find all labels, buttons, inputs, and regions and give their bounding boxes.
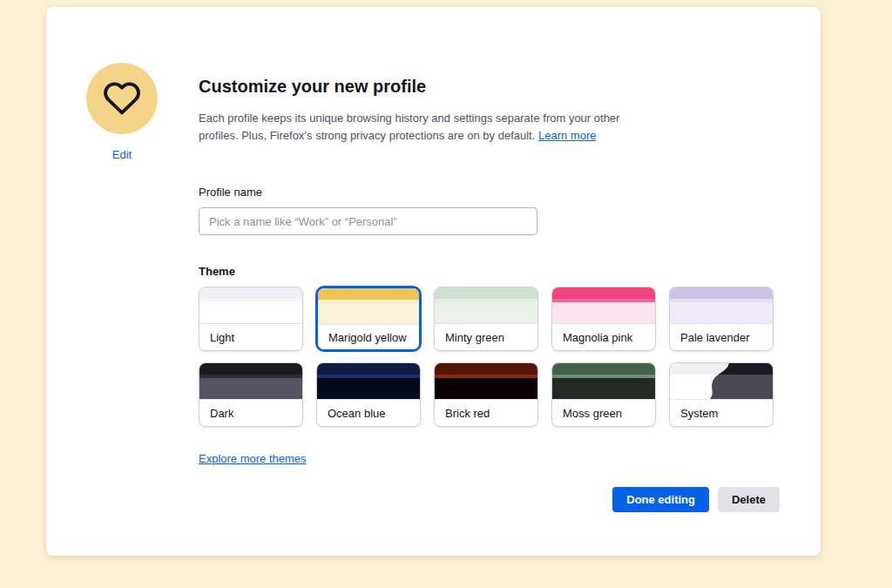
done-editing-button[interactable]: Done editing xyxy=(612,487,709,512)
theme-preview-toolbar xyxy=(199,287,302,299)
theme-swatch-label: Dark xyxy=(199,399,302,426)
theme-swatch-dark[interactable]: Dark xyxy=(199,362,303,427)
theme-swatch-moss-green[interactable]: Moss green xyxy=(551,362,656,427)
action-buttons: Done editing Delete xyxy=(199,487,780,512)
theme-label: Theme xyxy=(199,264,780,280)
theme-swatch-label: Minty green xyxy=(435,323,537,350)
theme-preview xyxy=(435,287,537,323)
theme-preview-content xyxy=(199,378,302,399)
theme-swatch-marigold-yellow[interactable]: Marigold yellow xyxy=(316,287,421,351)
theme-preview-content xyxy=(318,303,419,324)
theme-preview xyxy=(317,363,420,399)
theme-swatch-label: Brick red xyxy=(435,399,537,426)
theme-swatch-pale-lavender[interactable]: Pale lavender xyxy=(669,287,774,351)
description-text: Each profile keeps its unique browsing h… xyxy=(199,110,660,145)
explore-themes-link[interactable]: Explore more themes xyxy=(199,452,307,465)
theme-swatch-label: Ocean blue xyxy=(317,399,420,426)
theme-preview xyxy=(670,363,773,399)
page-title: Customize your new profile xyxy=(199,75,780,98)
theme-preview-content xyxy=(435,302,537,323)
theme-swatch-label: Marigold yellow xyxy=(318,324,419,349)
heart-icon xyxy=(102,78,142,118)
theme-grid: Light Marigold yellow Minty green Magnol… xyxy=(199,287,780,427)
theme-preview-toolbar xyxy=(199,363,302,375)
theme-swatch-label: Moss green xyxy=(552,399,655,426)
main-column: Customize your new profile Each profile … xyxy=(199,63,780,512)
profile-name-input[interactable] xyxy=(199,207,537,235)
theme-preview-toolbar xyxy=(670,287,773,299)
theme-preview xyxy=(435,363,537,399)
theme-preview-toolbar xyxy=(552,287,655,299)
theme-preview xyxy=(552,287,655,323)
profile-editor-card: Edit Customize your new profile Each pro… xyxy=(46,7,821,556)
theme-preview-content xyxy=(435,378,537,399)
theme-preview-content xyxy=(552,378,655,399)
theme-swatch-brick-red[interactable]: Brick red xyxy=(434,362,538,427)
theme-preview xyxy=(199,287,302,323)
system-theme-split-preview xyxy=(670,363,773,399)
theme-swatch-label: Magnolia pink xyxy=(552,323,655,350)
theme-preview xyxy=(552,363,655,399)
avatar-column: Edit xyxy=(86,63,158,161)
avatar-edit-link[interactable]: Edit xyxy=(112,148,132,161)
theme-preview-content xyxy=(317,378,420,399)
page-background: { "page": { "background_color": "#fbf1d2… xyxy=(0,0,892,588)
theme-preview-content xyxy=(199,302,302,323)
profile-name-label: Profile name xyxy=(199,185,780,200)
theme-preview xyxy=(199,363,302,399)
theme-swatch-label: System xyxy=(670,399,773,426)
theme-preview-toolbar xyxy=(318,288,419,300)
theme-preview-content xyxy=(552,302,655,323)
theme-swatch-system[interactable]: System xyxy=(669,362,774,427)
theme-preview xyxy=(318,288,419,324)
theme-swatch-light[interactable]: Light xyxy=(199,287,303,351)
theme-swatch-minty-green[interactable]: Minty green xyxy=(434,287,538,351)
theme-preview-toolbar xyxy=(435,287,537,299)
theme-preview xyxy=(670,287,773,323)
theme-preview-content xyxy=(670,302,773,323)
theme-swatch-label: Pale lavender xyxy=(670,323,773,350)
theme-preview-toolbar xyxy=(435,363,537,375)
theme-swatch-label: Light xyxy=(199,323,302,350)
theme-preview-toolbar xyxy=(317,363,420,375)
theme-swatch-ocean-blue[interactable]: Ocean blue xyxy=(316,362,421,427)
avatar[interactable] xyxy=(86,63,158,134)
theme-swatch-magnolia-pink[interactable]: Magnolia pink xyxy=(551,287,656,351)
learn-more-link[interactable]: Learn more xyxy=(538,129,596,142)
theme-preview-toolbar xyxy=(552,363,655,375)
delete-button[interactable]: Delete xyxy=(718,487,780,512)
